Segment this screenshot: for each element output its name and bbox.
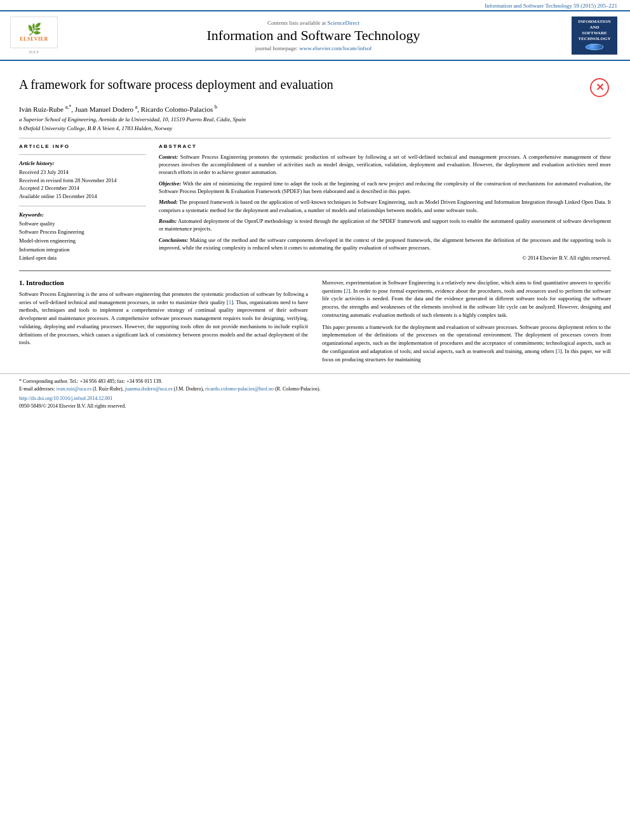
elsevier-logo-box: 🌿 ELSEVIER JULY bbox=[10, 17, 58, 55]
ref-1[interactable]: 1 bbox=[229, 299, 231, 305]
big-divider bbox=[19, 270, 611, 271]
affiliation-a: a Superior School of Engineering, Avenid… bbox=[19, 116, 611, 124]
email-label: E-mail addresses: bbox=[19, 386, 55, 392]
contents-available-line: Contents lists available at ScienceDirec… bbox=[65, 20, 561, 26]
accepted-date: Accepted 2 December 2014 bbox=[19, 184, 146, 192]
objective-text: With the aim of minimizing the required … bbox=[159, 180, 611, 194]
issn-line: 0950-5849/© 2014 Elsevier B.V. All right… bbox=[19, 403, 611, 410]
intro-section: 1. Introduction Software Process Enginee… bbox=[19, 279, 611, 368]
authors-text: Iván Ruiz-Rube a,*, Juan Manuel Dodero a… bbox=[19, 105, 217, 113]
ref-3[interactable]: 3 bbox=[558, 348, 560, 354]
conclusions-label: Conclusions: bbox=[159, 237, 188, 243]
keyword-1: Software quality bbox=[19, 220, 146, 229]
email1-link[interactable]: ivan.ruiz@uca.es bbox=[57, 386, 91, 392]
email3-link[interactable]: ricardo.colomo-palacios@hiof.no bbox=[205, 386, 274, 392]
intro-right-col: Moreover, experimentation in Software En… bbox=[322, 279, 611, 368]
abstract-header: ABSTRACT bbox=[159, 143, 611, 149]
journal-header: 🌿 ELSEVIER JULY Contents lists available… bbox=[0, 10, 630, 61]
ref-2[interactable]: 2 bbox=[346, 288, 349, 294]
ist-logo-box: INFORMATIONANDSOFTWARETECHNOLOGY bbox=[569, 17, 620, 55]
keyword-5: Linked open data bbox=[19, 254, 146, 263]
keywords-label: Keywords: bbox=[19, 211, 146, 218]
footnote-star: * Corresponding author. Tel.: +34 956 48… bbox=[19, 378, 162, 384]
journal-homepage: journal homepage: www.elsevier.com/locat… bbox=[65, 45, 561, 51]
keywords-list: Software quality Software Process Engine… bbox=[19, 220, 146, 263]
ist-globe-icon bbox=[586, 44, 603, 50]
elsevier-graphic: 🌿 ELSEVIER bbox=[10, 17, 58, 48]
method-label: Method: bbox=[159, 199, 178, 205]
crossmark-container[interactable]: ✕ bbox=[588, 76, 611, 99]
email3-name: (R. Colomo-Palacios). bbox=[275, 386, 321, 392]
main-content: A framework for software process deploym… bbox=[0, 61, 630, 373]
homepage-label: journal homepage: bbox=[255, 45, 298, 51]
abstract-objective: Objective: With the aim of minimizing th… bbox=[159, 180, 611, 196]
intro-left-col: 1. Introduction Software Process Enginee… bbox=[19, 279, 308, 368]
copyright-line: © 2014 Elsevier B.V. All rights reserved… bbox=[159, 255, 611, 261]
intro-para2: Moreover, experimentation in Software En… bbox=[322, 279, 611, 319]
keyword-4: Information integration bbox=[19, 246, 146, 255]
abstract-conclusions: Conclusions: Making use of the method an… bbox=[159, 236, 611, 252]
elsevier-wordmark: ELSEVIER bbox=[20, 36, 48, 42]
article-info-col: ARTICLE INFO Article history: Received 2… bbox=[19, 143, 146, 263]
journal-title: Information and Software Technology bbox=[65, 27, 561, 44]
divider-article-info bbox=[19, 154, 146, 155]
method-text: The proposed framework is based on the a… bbox=[159, 199, 611, 213]
article-history-label: Article history: bbox=[19, 160, 146, 166]
elsevier-tree-icon: 🌿 bbox=[27, 23, 41, 35]
intro-para1: Software Process Engineering is the area… bbox=[19, 290, 308, 347]
email1-name: (I. Ruiz-Rube), bbox=[93, 386, 124, 392]
divider-1 bbox=[19, 138, 611, 138]
results-text: Automated deployment of the OpenUP metho… bbox=[159, 218, 611, 232]
article-info-abstract-section: ARTICLE INFO Article history: Received 2… bbox=[19, 143, 611, 263]
doi-line: http://dx.doi.org/10.1016/j.infsof.2014.… bbox=[19, 395, 611, 403]
received-date: Received 23 July 2014 bbox=[19, 168, 146, 177]
crossmark-icon[interactable]: ✕ bbox=[590, 78, 609, 97]
keyword-2: Software Process Engineering bbox=[19, 228, 146, 237]
footer: * Corresponding author. Tel.: +34 956 48… bbox=[0, 373, 630, 413]
authors-line: Iván Ruiz-Rube a,*, Juan Manuel Dodero a… bbox=[19, 104, 611, 113]
homepage-url[interactable]: www.elsevier.com/locate/infsof bbox=[299, 45, 372, 51]
abstract-method: Method: The proposed framework is based … bbox=[159, 198, 611, 214]
doi-link[interactable]: http://dx.doi.org/10.1016/j.infsof.2014.… bbox=[19, 396, 112, 401]
keyword-3: Model-driven engineering bbox=[19, 237, 146, 246]
abstract-col: ABSTRACT Context: Software Process Engin… bbox=[159, 143, 611, 263]
article-title: A framework for software process deploym… bbox=[19, 76, 582, 93]
sciencedirect-link[interactable]: ScienceDirect bbox=[328, 20, 359, 26]
elsevier-subtext: JULY bbox=[29, 50, 39, 55]
context-text: Software Process Engineering promotes th… bbox=[159, 154, 611, 176]
revised-date: Received in revised form 28 November 201… bbox=[19, 177, 146, 185]
affiliation-b: b Østfold University College, B R A Veie… bbox=[19, 124, 611, 133]
article-title-row: A framework for software process deploym… bbox=[19, 76, 611, 99]
intro-title: 1. Introduction bbox=[19, 279, 308, 286]
objective-label: Objective: bbox=[159, 180, 181, 187]
abstract-results: Results: Automated deployment of the Ope… bbox=[159, 217, 611, 233]
footnote-star-line: * Corresponding author. Tel.: +34 956 48… bbox=[19, 378, 611, 385]
crossmark-symbol: ✕ bbox=[596, 81, 604, 95]
footnote-emails: E-mail addresses: ivan.ruiz@uca.es (I. R… bbox=[19, 385, 611, 392]
journal-citation: Information and Software Technology 59 (… bbox=[485, 3, 617, 9]
intro-para3: This paper presents a framework for the … bbox=[322, 323, 611, 364]
article-history-dates: Received 23 July 2014 Received in revise… bbox=[19, 168, 146, 201]
conclusions-text: Making use of the method and the softwar… bbox=[159, 237, 611, 251]
divider-keywords bbox=[19, 206, 146, 206]
abstract-context: Context: Software Process Engineering pr… bbox=[159, 153, 611, 177]
journal-bar: Information and Software Technology 59 (… bbox=[0, 0, 630, 10]
ist-logo-text: INFORMATIONANDSOFTWARETECHNOLOGY bbox=[578, 19, 611, 42]
results-label: Results: bbox=[159, 218, 177, 224]
journal-center-header: Contents lists available at ScienceDirec… bbox=[65, 20, 561, 51]
email2-link[interactable]: juanma.dodero@uca.es bbox=[125, 386, 173, 392]
contents-label: Contents lists available at bbox=[267, 20, 326, 26]
article-info-header: ARTICLE INFO bbox=[19, 143, 146, 149]
context-label: Context: bbox=[159, 154, 178, 160]
available-date: Available online 15 December 2014 bbox=[19, 192, 146, 201]
ist-logo: INFORMATIONANDSOFTWARETECHNOLOGY bbox=[572, 17, 617, 55]
email2-name: (J.M. Dodero), bbox=[174, 386, 204, 392]
